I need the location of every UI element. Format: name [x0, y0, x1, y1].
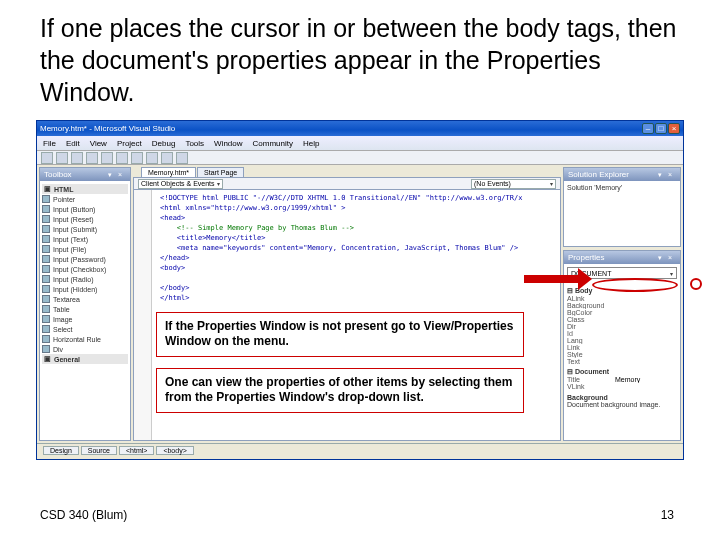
tab-startpage[interactable]: Start Page: [197, 167, 244, 177]
events-dropdown[interactable]: (No Events)▾: [471, 179, 556, 189]
footer-course: CSD 340 (Blum): [40, 508, 127, 522]
toolbox-item[interactable]: Input (Checkbox): [42, 264, 128, 274]
toolbar-icon[interactable]: [176, 152, 188, 164]
toolbox-item[interactable]: Input (Submit): [42, 224, 128, 234]
toolbox-item[interactable]: Image: [42, 314, 128, 324]
toolbox-item[interactable]: Textarea: [42, 294, 128, 304]
toolbox-item[interactable]: Input (Hidden): [42, 284, 128, 294]
toolbox-item[interactable]: Select: [42, 324, 128, 334]
pin-icon[interactable]: ▾: [108, 171, 116, 179]
properties-title: Properties: [568, 253, 604, 262]
tab-source[interactable]: Source: [81, 446, 117, 455]
close-button[interactable]: ×: [668, 123, 680, 134]
toolbox-item[interactable]: Horizontal Rule: [42, 334, 128, 344]
toolbar-icon[interactable]: [161, 152, 173, 164]
close-icon[interactable]: ×: [668, 254, 676, 262]
pin-icon[interactable]: ▾: [658, 171, 666, 179]
toolbox-item[interactable]: Pointer: [42, 194, 128, 204]
solution-tree[interactable]: Solution 'Memory': [564, 181, 680, 194]
slide-title: If one places the cursor in or between t…: [40, 12, 690, 108]
client-objects-dropdown[interactable]: Client Objects & Events▾: [138, 179, 223, 189]
toolbar-icon[interactable]: [56, 152, 68, 164]
toolbar-icon[interactable]: [41, 152, 53, 164]
toolbox-item[interactable]: Input (File): [42, 244, 128, 254]
maximize-button[interactable]: □: [655, 123, 667, 134]
menu-community[interactable]: Community: [253, 139, 293, 148]
close-icon[interactable]: ×: [118, 171, 126, 179]
menu-edit[interactable]: Edit: [66, 139, 80, 148]
editor-view-tabs: Design Source <html> <body>: [37, 443, 683, 457]
toolbar: [37, 150, 683, 165]
solution-title: Solution Explorer: [568, 170, 629, 179]
toolbar-icon[interactable]: [131, 152, 143, 164]
window-title: Memory.htm* - Microsoft Visual Studio: [40, 124, 175, 133]
toolbar-icon[interactable]: [146, 152, 158, 164]
menu-window[interactable]: Window: [214, 139, 242, 148]
pin-icon[interactable]: ▾: [658, 254, 666, 262]
toolbox-item[interactable]: Table: [42, 304, 128, 314]
toolbox-item[interactable]: Input (Button): [42, 204, 128, 214]
toolbar-icon[interactable]: [71, 152, 83, 164]
menu-help[interactable]: Help: [303, 139, 319, 148]
toolbox-title: Toolbox: [44, 170, 72, 179]
toolbox-group[interactable]: ▣HTML: [42, 184, 128, 194]
tab-memory[interactable]: Memory.htm*: [141, 167, 196, 177]
window-titlebar: Memory.htm* - Microsoft Visual Studio – …: [37, 121, 683, 136]
close-icon[interactable]: ×: [668, 171, 676, 179]
toolbar-icon[interactable]: [101, 152, 113, 164]
callout-ellipse-small: [690, 278, 702, 290]
tab-design[interactable]: Design: [43, 446, 79, 455]
toolbar-icon[interactable]: [116, 152, 128, 164]
menu-debug[interactable]: Debug: [152, 139, 176, 148]
toolbox-panel: Toolbox ▾× ▣HTML Pointer Input (Button) …: [39, 167, 131, 441]
toolbox-item[interactable]: Input (Radio): [42, 274, 128, 284]
toolbox-group[interactable]: ▣General: [42, 354, 128, 364]
menu-project[interactable]: Project: [117, 139, 142, 148]
breadcrumb-body[interactable]: <body>: [156, 446, 193, 455]
menu-view[interactable]: View: [90, 139, 107, 148]
toolbox-item[interactable]: Input (Text): [42, 234, 128, 244]
minimize-button[interactable]: –: [642, 123, 654, 134]
menu-file[interactable]: File: [43, 139, 56, 148]
properties-grid[interactable]: ⊟ BodyALinkBackgroundBgColorClassDirIdLa…: [564, 282, 680, 410]
breadcrumb-html[interactable]: <html>: [119, 446, 154, 455]
toolbox-item[interactable]: Input (Reset): [42, 214, 128, 224]
toolbar-icon[interactable]: [86, 152, 98, 164]
menubar: File Edit View Project Debug Tools Windo…: [37, 136, 683, 150]
annotation-box-1: If the Properties Window is not present …: [156, 312, 524, 357]
solution-explorer-panel: Solution Explorer ▾× Solution 'Memory': [563, 167, 681, 247]
page-number: 13: [661, 508, 674, 522]
toolbox-item[interactable]: Input (Password): [42, 254, 128, 264]
menu-tools[interactable]: Tools: [185, 139, 204, 148]
callout-arrow: [524, 275, 578, 283]
toolbox-item[interactable]: Div: [42, 344, 128, 354]
annotation-box-2: One can view the properties of other ite…: [156, 368, 524, 413]
callout-ellipse: [592, 278, 678, 292]
